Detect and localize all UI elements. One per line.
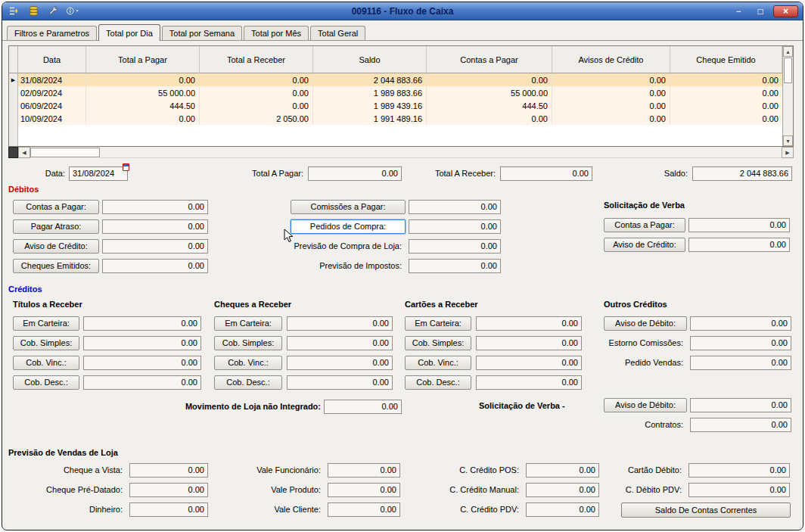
tab-total-geral[interactable]: Total Geral bbox=[310, 26, 365, 40]
outros-creditos-title: Outros Créditos bbox=[604, 300, 667, 309]
column-header-total-a-receber[interactable]: Total a Receber bbox=[200, 46, 313, 73]
scroll-right-icon[interactable]: ▶ bbox=[782, 147, 794, 158]
field-row: Pedido Vendas:0.00 bbox=[604, 356, 791, 370]
cob-desc-button[interactable]: Cob. Desc.: bbox=[214, 375, 282, 390]
cob-simples-button[interactable]: Cob. Simples: bbox=[405, 336, 471, 350]
minimize-button[interactable]: − bbox=[729, 5, 748, 17]
info-icon[interactable] bbox=[66, 5, 79, 17]
data-field[interactable]: 31/08/2024 bbox=[69, 166, 128, 181]
field-row: Aviso de Crédito:0.00 bbox=[604, 238, 790, 252]
field-row: Aviso de Crédito:0.00 bbox=[13, 239, 208, 254]
estorno-comissoes-label: Estorno Comissões: bbox=[604, 336, 687, 350]
horizontal-scrollbar[interactable]: ◀ ▶ bbox=[8, 147, 794, 158]
vscroll-thumb[interactable] bbox=[784, 58, 792, 83]
tab-total-por-dia[interactable]: Total por Dia bbox=[98, 24, 160, 41]
pedidos-de-compra-button[interactable]: Pedidos de Compra: bbox=[291, 219, 406, 234]
cob-vinc-button[interactable]: Cob. Vinc.: bbox=[13, 356, 79, 370]
aviso-de-debito-value: 0.00 bbox=[690, 316, 791, 331]
c-debito-pdv-value: 0.00 bbox=[688, 483, 790, 497]
cob-simples-value: 0.00 bbox=[83, 336, 201, 350]
vale-cliente-label: Vale Cliente: bbox=[214, 502, 325, 517]
wrench-icon[interactable] bbox=[46, 5, 60, 17]
cob-simples-button[interactable]: Cob. Simples: bbox=[214, 336, 282, 350]
aviso-de-debito-button[interactable]: Aviso de Débito: bbox=[604, 398, 687, 412]
cell: 0.00 bbox=[86, 73, 200, 86]
table-row[interactable]: 06/09/2024444.500.001 989 439.16444.500.… bbox=[9, 99, 782, 112]
vscroll-track[interactable] bbox=[783, 84, 793, 135]
cheques-emitidos-button[interactable]: Cheques Emitidos: bbox=[13, 259, 99, 273]
cob-desc-button[interactable]: Cob. Desc.: bbox=[13, 375, 79, 390]
column-header-data[interactable]: Data bbox=[18, 46, 86, 73]
cob-simples-value: 0.00 bbox=[476, 336, 582, 350]
tab-bar: Filtros e Parametros Total por Dia Total… bbox=[2, 20, 803, 41]
pagar-atraso-value: 0.00 bbox=[102, 219, 208, 234]
cob-vinc-value: 0.00 bbox=[476, 356, 582, 370]
dinheiro-label: Dinheiro: bbox=[13, 502, 126, 517]
cell: 1 989 883.66 bbox=[313, 86, 427, 99]
column-header-total-a-pagar[interactable]: Total a Pagar bbox=[86, 46, 200, 73]
hscroll-thumb[interactable] bbox=[30, 148, 100, 157]
table-row[interactable]: 10/09/20240.002 050.001 991 489.160.000.… bbox=[9, 112, 782, 125]
vertical-scrollbar[interactable]: ▲ ▼ bbox=[782, 46, 793, 146]
vale-cliente-value: 0.00 bbox=[328, 502, 400, 517]
em-carteira-button[interactable]: Em Carteira: bbox=[405, 316, 471, 331]
previsao-de-impostos-label: Previsão de Impostos: bbox=[291, 259, 406, 273]
hscroll-track[interactable] bbox=[100, 147, 782, 158]
table-row[interactable]: 02/09/202455 000.000.001 989 883.6655 00… bbox=[9, 86, 782, 99]
c-credito-pdv-label: C. Crédito PDV: bbox=[408, 502, 523, 517]
c-credito-pos-label: C. Crédito POS: bbox=[408, 463, 523, 478]
aviso-de-debito-button[interactable]: Aviso de Débito: bbox=[604, 316, 687, 331]
field-row: C. Crédito PDV:0.00 bbox=[408, 502, 599, 517]
pagar-atraso-button[interactable]: Pagar Atraso: bbox=[13, 219, 99, 234]
cell: 0.00 bbox=[427, 112, 552, 125]
debitos-title: Débitos bbox=[8, 185, 798, 194]
cell: 0.00 bbox=[200, 73, 313, 86]
cob-vinc-button[interactable]: Cob. Vinc.: bbox=[214, 356, 282, 370]
saldo-contas-correntes-button[interactable]: Saldo De Contas Correntes bbox=[621, 502, 791, 518]
comissoes-a-pagar-button[interactable]: Comissões a Pagar: bbox=[291, 200, 406, 214]
em-carteira-value: 0.00 bbox=[287, 316, 393, 331]
table-row[interactable]: ▶31/08/20240.000.002 044 883.660.000.000… bbox=[9, 73, 782, 86]
coins-icon[interactable] bbox=[26, 5, 40, 17]
em-carteira-button[interactable]: Em Carteira: bbox=[214, 316, 282, 331]
grid-body: DataTotal a PagarTotal a ReceberSaldoCon… bbox=[9, 46, 782, 146]
field-row: C. Crédito Manual:0.00 bbox=[408, 483, 599, 497]
column-header-saldo[interactable]: Saldo bbox=[313, 46, 427, 73]
maximize-button[interactable]: □ bbox=[751, 5, 769, 17]
creditos-verba-fields: Aviso de Débito:0.00Contratos:0.00 bbox=[604, 398, 791, 437]
em-carteira-button[interactable]: Em Carteira: bbox=[13, 316, 79, 331]
scroll-left-icon[interactable]: ◀ bbox=[18, 147, 30, 158]
contas-a-pagar-button[interactable]: Contas a Pagar: bbox=[604, 218, 685, 232]
aviso-de-credito-value: 0.00 bbox=[688, 238, 790, 252]
mouse-cursor-icon bbox=[284, 229, 294, 244]
column-header-contas-a-pagar[interactable]: Contas a Pagar bbox=[427, 46, 552, 73]
aviso-de-credito-button[interactable]: Aviso de Crédito: bbox=[604, 238, 685, 252]
column-header-cheque-emitido[interactable]: Cheque Emitido bbox=[670, 46, 782, 73]
field-row: Dinheiro:0.00 bbox=[13, 502, 208, 517]
tab-total-por-semana[interactable]: Total por Semana bbox=[162, 26, 242, 40]
pedidos-de-compra-value: 0.00 bbox=[409, 219, 501, 234]
cell: 10/09/2024 bbox=[18, 112, 86, 125]
cob-simples-button[interactable]: Cob. Simples: bbox=[13, 336, 79, 350]
aviso-de-credito-button[interactable]: Aviso de Crédito: bbox=[13, 239, 99, 254]
vale-funcionario-value: 0.00 bbox=[328, 463, 400, 478]
close-button[interactable]: × bbox=[773, 5, 798, 17]
total-a-receber-label: Total A Receber: bbox=[415, 166, 496, 181]
calendar-marker-icon[interactable] bbox=[123, 163, 129, 171]
cob-desc-button[interactable]: Cob. Desc.: bbox=[405, 375, 471, 390]
tab-total-por-mes[interactable]: Total por Mês bbox=[244, 26, 309, 40]
column-header-avisos-de-credito[interactable]: Avisos de Crédito bbox=[552, 46, 670, 73]
cheques-a-receber-fields: Em Carteira:0.00Cob. Simples:0.00Cob. Vi… bbox=[214, 316, 393, 395]
saldo-label: Saldo: bbox=[650, 166, 688, 181]
previsao-col3-fields: C. Crédito POS:0.00C. Crédito Manual:0.0… bbox=[408, 463, 599, 522]
cell: 0.00 bbox=[670, 86, 782, 99]
data-grid: DataTotal a PagarTotal a ReceberSaldoCon… bbox=[8, 45, 794, 147]
scroll-down-icon[interactable]: ▼ bbox=[783, 135, 793, 146]
scroll-up-icon[interactable]: ▲ bbox=[783, 46, 793, 57]
pedido-vendas-label: Pedido Vendas: bbox=[604, 356, 687, 370]
navigate-icon[interactable] bbox=[7, 5, 20, 17]
tab-filtros-e-parametros[interactable]: Filtros e Parametros bbox=[7, 26, 97, 40]
cell: 0.00 bbox=[670, 73, 782, 86]
cob-vinc-button[interactable]: Cob. Vinc.: bbox=[405, 356, 471, 370]
contas-a-pagar-button[interactable]: Contas a Pagar: bbox=[13, 200, 99, 214]
